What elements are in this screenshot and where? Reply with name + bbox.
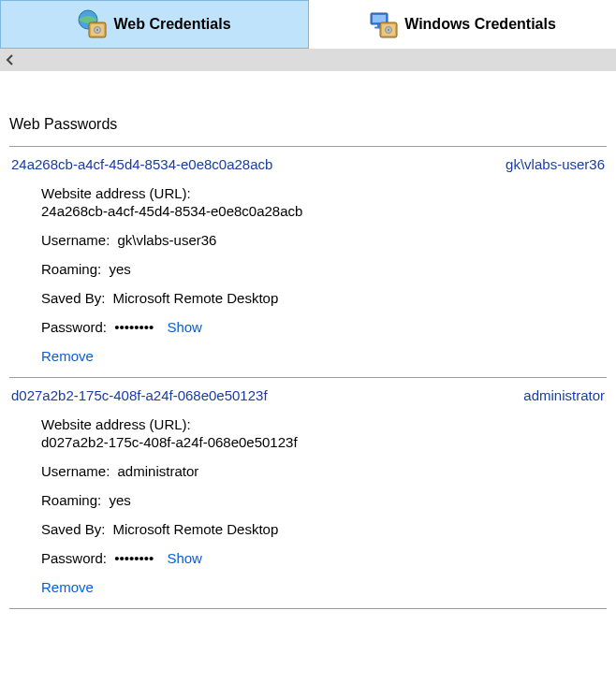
credential-type-tabs: Web Credentials Windows Credentials: [0, 0, 616, 49]
field-username: Username: administrator: [41, 463, 607, 479]
label-roaming: Roaming:: [41, 492, 101, 508]
label-url: Website address (URL):: [41, 416, 607, 432]
value-password-mask: ••••••••: [114, 550, 154, 566]
field-roaming: Roaming: yes: [41, 261, 607, 277]
value-username: administrator: [118, 463, 199, 479]
label-roaming: Roaming:: [41, 261, 101, 277]
field-password: Password: •••••••• Show: [41, 319, 607, 335]
label-username: Username:: [41, 232, 110, 248]
credential-details: Website address (URL): 24a268cb-a4cf-45d…: [9, 185, 607, 377]
value-url: 24a268cb-a4cf-45d4-8534-e0e8c0a28acb: [41, 203, 302, 219]
tab-web-label: Web Credentials: [113, 16, 230, 33]
value-roaming: yes: [109, 492, 130, 508]
show-password-link[interactable]: Show: [167, 319, 202, 335]
tab-windows-credentials[interactable]: Windows Credentials: [309, 0, 616, 49]
field-username: Username: gk\vlabs-user36: [41, 232, 607, 248]
section-title: Web Passwords: [9, 116, 607, 133]
show-password-link[interactable]: Show: [167, 550, 202, 566]
label-url: Website address (URL):: [41, 185, 607, 201]
credential-user-short: administrator: [523, 387, 605, 403]
credential-header[interactable]: d027a2b2-175c-408f-a24f-068e0e50123f adm…: [9, 378, 607, 416]
field-url: Website address (URL): d027a2b2-175c-408…: [41, 416, 607, 450]
remove-link[interactable]: Remove: [41, 348, 94, 364]
credential-entry: d027a2b2-175c-408f-a24f-068e0e50123f adm…: [9, 377, 607, 609]
web-safe-icon: [78, 9, 108, 39]
field-savedby: Saved By: Microsoft Remote Desktop: [41, 521, 607, 537]
remove-link[interactable]: Remove: [41, 579, 94, 595]
credential-entry: 24a268cb-a4cf-45d4-8534-e0e8c0a28acb gk\…: [9, 146, 607, 377]
windows-safe-icon: [369, 9, 399, 39]
credential-site: 24a268cb-a4cf-45d4-8534-e0e8c0a28acb: [11, 156, 272, 172]
content-area: Web Passwords 24a268cb-a4cf-45d4-8534-e0…: [0, 71, 616, 628]
label-password: Password:: [41, 550, 107, 566]
tab-web-credentials[interactable]: Web Credentials: [0, 0, 309, 49]
value-roaming: yes: [109, 261, 130, 277]
value-savedby: Microsoft Remote Desktop: [113, 521, 279, 537]
credential-user-short: gk\vlabs-user36: [506, 156, 605, 172]
label-password: Password:: [41, 319, 107, 335]
svg-point-12: [388, 29, 389, 31]
chevron-left-icon: [6, 54, 15, 65]
value-url: d027a2b2-175c-408f-a24f-068e0e50123f: [41, 434, 298, 450]
field-roaming: Roaming: yes: [41, 492, 607, 508]
svg-rect-6: [373, 15, 386, 22]
field-savedby: Saved By: Microsoft Remote Desktop: [41, 290, 607, 306]
toolbar: [0, 49, 616, 71]
svg-point-4: [96, 29, 98, 31]
value-savedby: Microsoft Remote Desktop: [113, 290, 279, 306]
credential-details: Website address (URL): d027a2b2-175c-408…: [9, 416, 607, 608]
label-savedby: Saved By:: [41, 521, 105, 537]
label-username: Username:: [41, 463, 110, 479]
field-url: Website address (URL): 24a268cb-a4cf-45d…: [41, 185, 607, 219]
credential-site: d027a2b2-175c-408f-a24f-068e0e50123f: [11, 387, 268, 403]
value-username: gk\vlabs-user36: [118, 232, 217, 248]
label-savedby: Saved By:: [41, 290, 105, 306]
back-button[interactable]: [2, 51, 19, 68]
value-password-mask: ••••••••: [114, 319, 154, 335]
field-password: Password: •••••••• Show: [41, 550, 607, 566]
credential-header[interactable]: 24a268cb-a4cf-45d4-8534-e0e8c0a28acb gk\…: [9, 147, 607, 185]
tab-windows-label: Windows Credentials: [404, 16, 556, 33]
